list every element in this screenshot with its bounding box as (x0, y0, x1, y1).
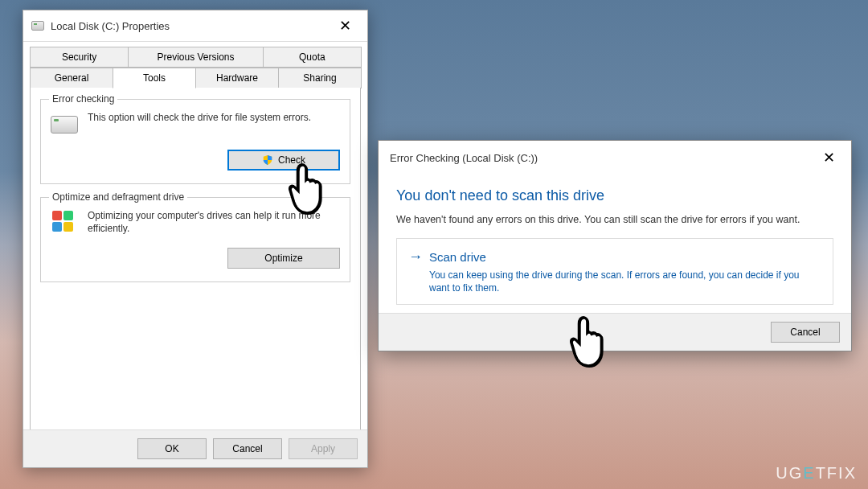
properties-dialog: Local Disk (C:) Properties ✕ Security Pr… (23, 10, 368, 468)
tab-quota[interactable]: Quota (263, 47, 362, 68)
tab-security[interactable]: Security (30, 47, 129, 68)
drive-icon (51, 111, 78, 138)
error-heading: You don't need to scan this drive (396, 187, 833, 204)
scan-drive-subtitle: You can keep using the drive during the … (408, 269, 821, 294)
error-checking-label: Error checking (49, 93, 117, 105)
optimize-button[interactable]: Optimize (227, 248, 340, 269)
tabs-area: Security Previous Versions Quota General… (23, 42, 367, 448)
tab-hardware[interactable]: Hardware (195, 68, 279, 88)
check-button[interactable]: Check (227, 150, 340, 171)
tab-previous-versions[interactable]: Previous Versions (128, 47, 264, 68)
drive-icon (31, 21, 44, 31)
error-checking-dialog: Error Checking (Local Disk (C:)) ✕ You d… (378, 140, 852, 351)
error-footer: Cancel (379, 313, 851, 351)
tab-sharing[interactable]: Sharing (278, 68, 362, 88)
properties-titlebar[interactable]: Local Disk (C:) Properties ✕ (23, 10, 367, 42)
error-checking-title: Error Checking (Local Disk (C:)) (390, 152, 813, 164)
uac-shield-icon (262, 154, 273, 166)
check-button-label: Check (278, 154, 305, 166)
cancel-button[interactable]: Cancel (771, 322, 840, 343)
optimize-desc: Optimizing your computer's drives can he… (88, 209, 340, 235)
arrow-right-icon: → (408, 249, 423, 265)
tab-row-back: Security Previous Versions Quota (30, 47, 361, 68)
watermark: UGETFIX (776, 464, 857, 483)
cancel-button[interactable]: Cancel (213, 438, 282, 459)
properties-title: Local Disk (C:) Properties (51, 20, 329, 32)
defrag-icon (51, 209, 78, 236)
error-checking-titlebar[interactable]: Error Checking (Local Disk (C:)) ✕ (379, 141, 851, 175)
scan-drive-title: Scan drive (429, 250, 486, 264)
close-icon[interactable]: ✕ (329, 15, 361, 36)
properties-button-row: OK Cancel Apply (23, 429, 367, 467)
optimize-label: Optimize and defragment drive (49, 191, 187, 203)
optimize-group: Optimize and defragment drive Optimizing… (40, 197, 350, 282)
tab-general[interactable]: General (30, 68, 113, 88)
error-checking-desc: This option will check the drive for fil… (88, 111, 340, 124)
error-desc: We haven't found any errors on this driv… (396, 214, 833, 225)
ok-button[interactable]: OK (137, 438, 207, 459)
scan-drive-option[interactable]: → Scan drive You can keep using the driv… (396, 238, 833, 305)
tab-content-tools: Error checking This option will check th… (30, 88, 361, 448)
error-checking-group: Error checking This option will check th… (40, 99, 350, 184)
apply-button: Apply (289, 438, 358, 459)
close-icon[interactable]: ✕ (813, 147, 845, 168)
tab-row-front: General Tools Hardware Sharing (30, 68, 361, 88)
tab-tools[interactable]: Tools (113, 68, 196, 88)
